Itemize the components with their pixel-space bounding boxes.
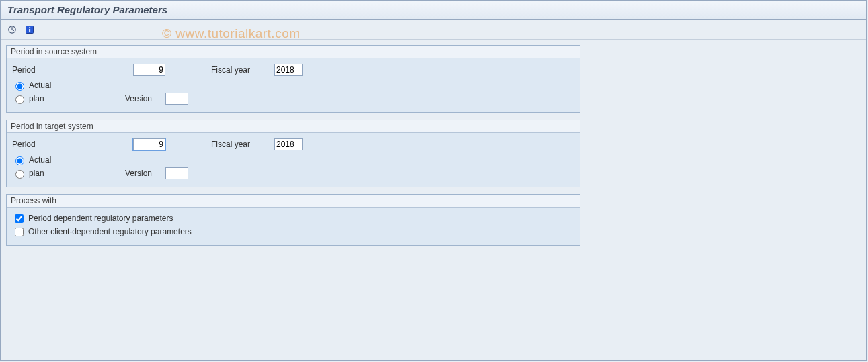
checkbox-period-dependent[interactable] xyxy=(15,214,24,223)
label-client-dependent: Other client-dependent regulatory parame… xyxy=(28,227,192,236)
radio-target-actual[interactable] xyxy=(15,156,24,165)
group-source: Period in source system Period Fiscal ye… xyxy=(6,45,580,113)
input-target-version[interactable] xyxy=(165,167,188,179)
input-source-fiscal-year[interactable] xyxy=(274,64,303,76)
svg-rect-2 xyxy=(29,27,30,28)
checkbox-client-dependent[interactable] xyxy=(15,228,24,236)
content-area: Period in source system Period Fiscal ye… xyxy=(1,40,866,258)
info-icon xyxy=(25,25,34,34)
group-source-body: Period Fiscal year Actual xyxy=(7,58,580,112)
label-target-actual: Actual xyxy=(29,155,51,165)
execute-button[interactable] xyxy=(5,22,19,37)
info-button[interactable] xyxy=(22,22,37,37)
label-target-plan: plan xyxy=(29,169,44,178)
page-title: Transport Regulatory Parameters xyxy=(1,1,866,20)
app-frame: Transport Regulatory Parameters © www.tu… xyxy=(0,0,867,361)
input-source-version[interactable] xyxy=(165,93,188,105)
group-target-title: Period in target system xyxy=(7,120,580,133)
label-source-actual: Actual xyxy=(29,81,51,90)
label-target-period: Period xyxy=(12,140,125,149)
group-process-body: Period dependent regulatory parameters O… xyxy=(7,208,580,245)
toolbar xyxy=(1,20,866,40)
input-target-fiscal-year[interactable] xyxy=(274,138,303,150)
group-process: Process with Period dependent regulatory… xyxy=(6,194,580,246)
label-target-fiscal-year: Fiscal year xyxy=(211,140,274,149)
label-period-dependent: Period dependent regulatory parameters xyxy=(28,214,173,223)
group-source-title: Period in source system xyxy=(7,46,580,58)
radio-source-plan[interactable] xyxy=(15,95,24,104)
label-source-version: Version xyxy=(125,94,165,103)
group-process-title: Process with xyxy=(7,195,580,208)
input-source-period[interactable] xyxy=(133,64,165,76)
label-target-version: Version xyxy=(125,169,165,178)
group-target-body: Period Fiscal year Actual xyxy=(7,133,580,187)
clock-execute-icon xyxy=(7,25,17,34)
radio-target-plan[interactable] xyxy=(15,170,24,179)
input-target-period[interactable] xyxy=(133,138,165,150)
label-source-period: Period xyxy=(12,65,125,75)
group-target: Period in target system Period Fiscal ye… xyxy=(6,120,580,187)
svg-rect-3 xyxy=(29,29,30,32)
label-source-plan: plan xyxy=(29,94,44,103)
label-source-fiscal-year: Fiscal year xyxy=(211,65,274,75)
radio-source-actual[interactable] xyxy=(15,82,24,91)
